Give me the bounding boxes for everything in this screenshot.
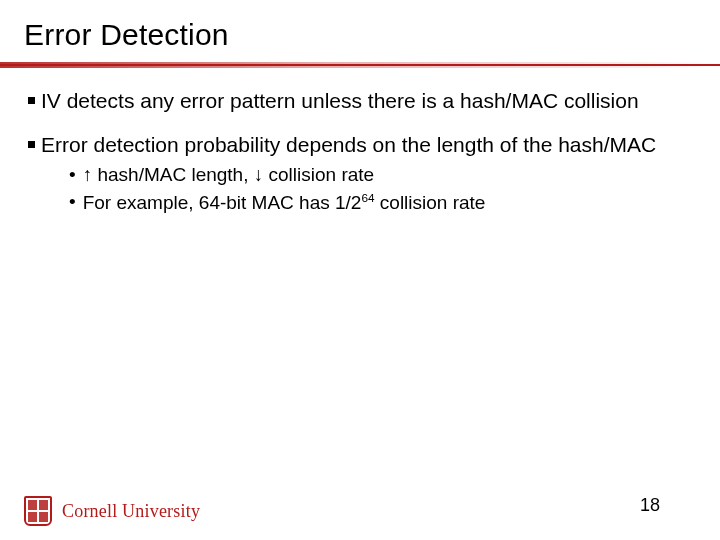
title-area: Error Detection xyxy=(0,0,720,60)
bullet-body: Error detection probability depends on t… xyxy=(41,132,656,218)
dot-bullet-icon: • xyxy=(69,163,76,188)
sub-bullet-text: For example, 64-bit MAC has 1/264 collis… xyxy=(83,190,486,216)
square-bullet-icon xyxy=(28,97,35,104)
bullet-list: IV detects any error pattern unless ther… xyxy=(28,88,692,218)
divider-gradient xyxy=(0,62,720,68)
slide: Error Detection IV detects any error pat… xyxy=(0,0,720,540)
fraction-suffix: collision rate xyxy=(375,192,486,213)
list-item: • For example, 64-bit MAC has 1/264 coll… xyxy=(69,190,656,216)
org-logo: Cornell University xyxy=(24,496,200,526)
slide-title: Error Detection xyxy=(24,18,696,52)
list-item: IV detects any error pattern unless ther… xyxy=(28,88,692,114)
dot-bullet-icon: • xyxy=(69,190,76,216)
bullet-text: Error detection probability depends on t… xyxy=(41,133,656,156)
bullet-text: IV detects any error pattern unless ther… xyxy=(41,88,639,114)
exponent: 64 xyxy=(361,191,374,204)
footer: Cornell University 18 xyxy=(0,482,720,530)
list-item: • ↑ hash/MAC length, ↓ collision rate xyxy=(69,163,656,188)
page-number: 18 xyxy=(640,495,660,516)
list-item: Error detection probability depends on t… xyxy=(28,132,692,218)
org-name: Cornell University xyxy=(62,501,200,522)
fraction-prefix: For example, 64-bit MAC has 1/2 xyxy=(83,192,362,213)
shield-icon xyxy=(24,496,52,526)
divider xyxy=(0,64,720,74)
sub-bullet-text: ↑ hash/MAC length, ↓ collision rate xyxy=(83,163,374,188)
sub-bullet-list: • ↑ hash/MAC length, ↓ collision rate • … xyxy=(69,163,656,216)
square-bullet-icon xyxy=(28,141,35,148)
content-area: IV detects any error pattern unless ther… xyxy=(0,86,720,218)
